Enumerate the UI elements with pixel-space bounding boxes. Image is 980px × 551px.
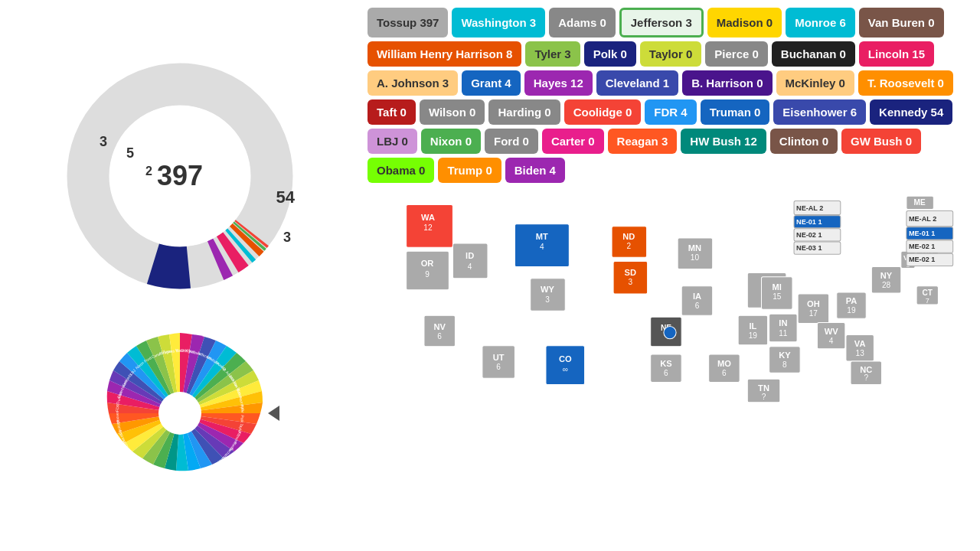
presidents-grid: Tossup 397Washington 3Adams 0Jefferson 3… <box>364 4 976 191</box>
president-button-fdr-4[interactable]: FDR 4 <box>645 99 696 125</box>
president-button-mckinley-0[interactable]: McKinley 0 <box>776 70 854 96</box>
right-panel: Tossup 397Washington 3Adams 0Jefferson 3… <box>360 0 980 551</box>
svg-rect-100 <box>798 294 829 323</box>
president-button-hw-bush-12[interactable]: HW Bush 12 <box>681 129 766 154</box>
president-button-clinton-0[interactable]: Clinton 0 <box>770 129 838 154</box>
president-button-polk-0[interactable]: Polk 0 <box>584 41 636 67</box>
president-button-ford-0[interactable]: Ford 0 <box>485 129 538 154</box>
president-button-nixon-0[interactable]: Nixon 0 <box>421 129 481 154</box>
president-button-cleveland-1[interactable]: Cleveland 1 <box>596 70 678 96</box>
president-button-a.-johnson-3[interactable]: A. Johnson 3 <box>368 70 458 96</box>
president-button-obama-0[interactable]: Obama 0 <box>368 158 434 183</box>
president-button-monroe-6[interactable]: Monroe 6 <box>786 8 855 37</box>
president-button-hayes-12[interactable]: Hayes 12 <box>524 70 593 96</box>
president-button-tyler-3[interactable]: Tyler 3 <box>525 41 580 67</box>
svg-text:IA: IA <box>693 292 701 301</box>
svg-text:ME: ME <box>914 198 926 207</box>
president-button-gw-bush-0[interactable]: GW Bush 0 <box>841 129 921 154</box>
president-button-b.-harrison-0[interactable]: B. Harrison 0 <box>682 70 772 96</box>
svg-text:ME-02 1: ME-02 1 <box>909 256 935 263</box>
svg-text:OH: OH <box>807 299 820 308</box>
svg-text:?: ? <box>762 393 766 401</box>
president-button-reagan-3[interactable]: Reagan 3 <box>608 129 678 154</box>
president-button-washington-3[interactable]: Washington 3 <box>452 8 545 37</box>
svg-text:ID: ID <box>466 251 474 260</box>
president-button-taylor-0[interactable]: Taylor 0 <box>640 41 701 67</box>
svg-rect-68 <box>531 279 566 311</box>
president-button-biden-4[interactable]: Biden 4 <box>505 158 565 183</box>
president-button-trump-0[interactable]: Trump 0 <box>438 158 501 183</box>
svg-text:4: 4 <box>829 337 834 345</box>
svg-text:9: 9 <box>425 270 430 279</box>
svg-text:13: 13 <box>856 349 865 357</box>
svg-text:WV: WV <box>825 327 839 336</box>
svg-rect-85 <box>681 286 713 315</box>
svg-text:WY: WY <box>541 285 555 294</box>
president-button-jefferson-3[interactable]: Jefferson 3 <box>619 8 704 37</box>
svg-text:6: 6 <box>437 332 442 341</box>
svg-rect-77 <box>482 346 515 379</box>
svg-text:NE-AL 2: NE-AL 2 <box>796 204 823 212</box>
svg-text:4: 4 <box>468 262 472 271</box>
svg-text:MT: MT <box>536 232 548 241</box>
svg-text:17: 17 <box>809 309 818 318</box>
president-button-kennedy-54[interactable]: Kennedy 54 <box>870 99 952 125</box>
president-button-wilson-0[interactable]: Wilson 0 <box>420 99 485 125</box>
svg-text:3: 3 <box>629 278 633 286</box>
svg-text:MO: MO <box>717 359 731 368</box>
president-button-taft-0[interactable]: Taft 0 <box>368 99 416 125</box>
svg-text:PA: PA <box>846 296 858 305</box>
svg-text:CO: CO <box>559 354 572 364</box>
svg-text:2: 2 <box>627 242 632 250</box>
president-button-truman-0[interactable]: Truman 0 <box>701 99 770 125</box>
svg-text:NE-02 1: NE-02 1 <box>796 231 822 239</box>
donut-label-3: 3 <box>100 134 107 150</box>
svg-text:12: 12 <box>423 223 433 232</box>
president-button-buchanan-0[interactable]: Buchanan 0 <box>772 41 855 67</box>
svg-text:NE-03 1: NE-03 1 <box>796 244 822 252</box>
spin-wheel-svg[interactable]: Washington Adams Jefferson Madison Monro… <box>80 314 279 513</box>
svg-text:8: 8 <box>782 360 787 369</box>
donut-chart-container: 397 3 5 2 54 3 <box>57 54 302 298</box>
president-button-eisenhower-6[interactable]: Eisenhower 6 <box>773 99 866 125</box>
donut-label-2: 2 <box>145 165 152 178</box>
president-button-van-buren-0[interactable]: Van Buren 0 <box>859 8 944 37</box>
president-button-harding-0[interactable]: Harding 0 <box>488 99 560 125</box>
svg-text:Polk: Polk <box>240 415 245 423</box>
president-button-carter-0[interactable]: Carter 0 <box>542 129 604 154</box>
svg-text:?: ? <box>864 373 868 382</box>
president-button-lbj-0[interactable]: LBJ 0 <box>368 129 417 154</box>
svg-text:SD: SD <box>625 268 636 277</box>
svg-text:MN: MN <box>688 243 701 253</box>
president-button-lincoln-15[interactable]: Lincoln 15 <box>859 41 934 67</box>
president-button-adams-0[interactable]: Adams 0 <box>549 8 616 37</box>
president-button-tossup-397[interactable]: Tossup 397 <box>368 8 448 37</box>
svg-text:19: 19 <box>847 306 856 315</box>
svg-text:OR: OR <box>421 259 434 268</box>
svg-text:ME-01 1: ME-01 1 <box>909 230 935 237</box>
spin-wheel[interactable]: Washington Adams Jefferson Madison Monro… <box>80 314 279 513</box>
svg-text:ME-AL 2: ME-AL 2 <box>909 215 936 223</box>
svg-point-49 <box>158 392 201 435</box>
svg-text:ME-02 1: ME-02 1 <box>909 243 935 250</box>
president-button-william-henry-harrison-8[interactable]: William Henry Harrison 8 <box>368 41 521 67</box>
president-button-t.-roosevelt-0[interactable]: T. Roosevelt 0 <box>858 70 953 96</box>
svg-text:Tyler: Tyler <box>240 405 245 414</box>
svg-rect-94 <box>738 315 767 344</box>
president-button-pierce-0[interactable]: Pierce 0 <box>705 41 768 67</box>
svg-text:KY: KY <box>779 350 791 360</box>
svg-text:IN: IN <box>779 318 787 328</box>
president-button-madison-0[interactable]: Madison 0 <box>707 8 782 37</box>
svg-rect-74 <box>424 315 456 347</box>
svg-text:IL: IL <box>749 321 756 331</box>
svg-text:VA: VA <box>854 339 866 348</box>
president-button-coolidge-0[interactable]: Coolidge 0 <box>564 99 642 125</box>
left-panel: 397 3 5 2 54 3 <box>0 0 360 551</box>
president-button-grant-4[interactable]: Grant 4 <box>462 70 521 96</box>
svg-text:Hoover: Hoover <box>115 411 120 424</box>
map-container: WA 12 OR 9 ID 4 MT 4 ND 2 MN 10 WY 3 SD … <box>364 191 976 408</box>
svg-text:ND: ND <box>622 232 635 241</box>
svg-text:6: 6 <box>664 369 668 377</box>
svg-text:6: 6 <box>496 363 501 371</box>
donut-label-3-right: 3 <box>283 230 291 246</box>
